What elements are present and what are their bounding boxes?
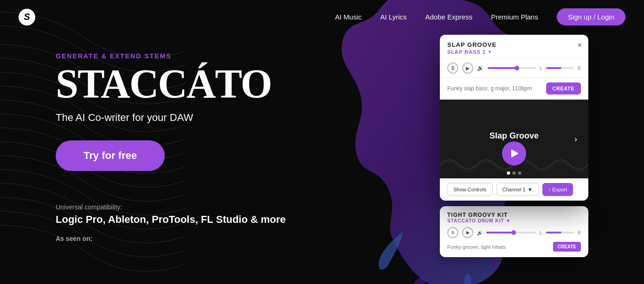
input-row: CREATE [440,78,588,100]
card-controls: S ▶ 🔊 L R [440,59,588,78]
hero-title: STACCÁTO [56,63,297,104]
lr-slider[interactable] [546,67,574,69]
dot-3 [518,171,522,175]
small-lr-slider[interactable] [546,232,574,234]
nav-ai-lyrics[interactable]: AI Lyrics [380,13,407,21]
small-create-button[interactable]: CREATE [553,242,581,252]
navbar: S AI Music AI Lyrics Adobe Express Premi… [0,0,644,34]
close-button[interactable]: × [578,41,582,50]
next-button[interactable]: › [569,132,583,146]
small-s-button[interactable]: S [447,227,458,238]
nav-premium-plans[interactable]: Premium Plans [491,13,538,21]
create-button[interactable]: CREATE [546,82,581,95]
card-visual: Slap Groove › [440,100,588,178]
volume-icon: 🔊 [477,65,484,71]
small-plugin-card: TIGHT GROOVY KIT STACCATO DRUM KIT ▼ S ▶… [440,206,588,257]
play-icon [511,149,519,158]
hero-section: GENERATE & EXTEND STEMS STACCÁTO The AI … [0,34,316,189]
visual-label: Slap Groove [489,131,539,141]
nav-adobe-express[interactable]: Adobe Express [425,13,472,21]
small-volume-slider[interactable] [486,232,536,234]
dot-1 [507,171,510,175]
play-small-button[interactable]: ▶ [462,63,473,74]
volume-slider[interactable] [488,67,536,69]
show-controls-button[interactable]: Show Controls [447,183,493,196]
logo[interactable]: S [19,9,35,25]
dot-2 [513,171,516,175]
nav-links: AI Music AI Lyrics Adobe Express Premium… [335,8,625,25]
hero-title-text: STACCÁTO [56,61,271,106]
hero-eyebrow: GENERATE & EXTEND STEMS [56,52,297,60]
card-footer: Show Controls Channel 1 ▼ ↑ Export [440,178,588,201]
small-r-label: R [578,230,581,235]
small-input-row: CREATE [447,242,581,252]
chevron-channel-icon: ▼ [528,187,533,192]
s-button[interactable]: S [447,63,458,74]
dot-indicators [507,171,522,175]
small-card-title: TIGHT GROOVY KIT [447,212,581,218]
play-button-large[interactable] [502,141,526,165]
small-card-subtitle: STACCATO DRUM KIT ▼ [447,218,581,223]
chevron-down-icon[interactable]: ▼ [488,50,492,54]
plugin-panel: SLAP GROOVE SLAP BASS 1 ▼ × S ▶ 🔊 L R [440,35,588,257]
chevron-small-icon[interactable]: ▼ [506,218,511,223]
small-controls: S ▶ 🔊 L R [447,227,581,238]
small-volume-icon: 🔊 [477,230,483,235]
signup-login-button[interactable]: Sign up / Login [557,8,625,25]
small-prompt-input[interactable] [447,242,549,252]
r-label: R [578,66,581,71]
card-header: SLAP GROOVE SLAP BASS 1 ▼ × [440,35,588,59]
card-subtitle: SLAP BASS 1 ▼ [447,49,581,55]
export-button[interactable]: ↑ Export [542,183,573,196]
l-label: L [540,66,542,71]
small-play-button[interactable]: ▶ [462,227,473,238]
nav-ai-music[interactable]: AI Music [335,13,362,21]
hero-subtitle: The AI Co-writer for your DAW [56,112,297,124]
logo-letter: S [19,9,35,25]
try-free-button[interactable]: Try for free [56,140,165,171]
main-plugin-card: SLAP GROOVE SLAP BASS 1 ▼ × S ▶ 🔊 L R [440,35,588,201]
card-title: SLAP GROOVE [447,41,581,48]
small-l-label: L [540,230,542,235]
prompt-input[interactable] [447,85,542,92]
channel-selector[interactable]: Channel 1 ▼ [496,183,539,196]
